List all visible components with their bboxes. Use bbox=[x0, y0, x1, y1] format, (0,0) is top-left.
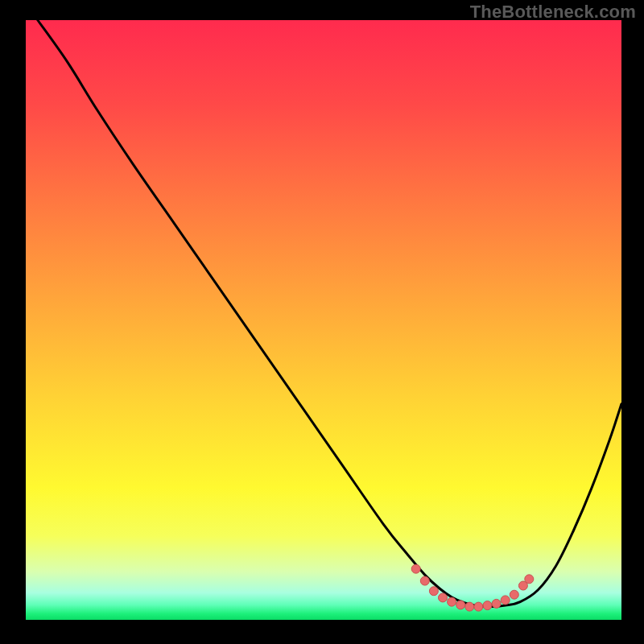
cluster-dot bbox=[474, 602, 483, 611]
cluster-dot bbox=[525, 575, 534, 584]
cluster-dot bbox=[429, 587, 438, 596]
chart-frame: TheBottleneck.com bbox=[0, 0, 644, 644]
cluster-dot bbox=[439, 593, 448, 602]
plot-area bbox=[26, 20, 621, 620]
cluster-dot bbox=[465, 602, 474, 611]
gradient-background bbox=[26, 20, 621, 620]
cluster-dot bbox=[492, 599, 501, 608]
cluster-dot bbox=[420, 576, 429, 585]
chart-svg bbox=[26, 20, 621, 620]
watermark-text: TheBottleneck.com bbox=[470, 2, 636, 23]
cluster-dot bbox=[501, 596, 510, 605]
cluster-dot bbox=[411, 564, 420, 573]
cluster-dot bbox=[510, 590, 518, 599]
cluster-dot bbox=[483, 601, 492, 610]
cluster-dot bbox=[448, 597, 456, 606]
cluster-dot bbox=[456, 601, 465, 609]
